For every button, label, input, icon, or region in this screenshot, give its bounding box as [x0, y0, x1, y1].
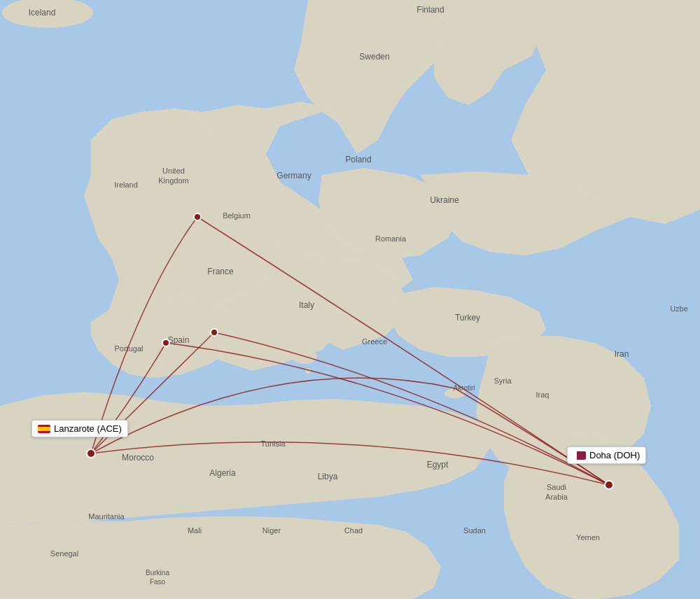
label-egypt: Egypt	[427, 460, 449, 470]
label-burkina2: Faso	[150, 578, 166, 586]
svg-point-6	[268, 311, 285, 339]
label-iraq: Iraq	[536, 390, 550, 399]
svg-point-4	[59, 451, 67, 459]
label-saudi2: Arabia	[545, 493, 568, 501]
label-germany: Germany	[276, 171, 311, 181]
spain-flag	[38, 425, 50, 433]
label-chad: Chad	[344, 526, 363, 535]
label-turkey: Turkey	[455, 313, 480, 323]
label-uk2: Kingdom	[158, 176, 188, 185]
label-poland: Poland	[345, 155, 371, 164]
svg-point-11	[162, 339, 169, 346]
label-ukraine: Ukraine	[430, 195, 459, 205]
svg-point-13	[87, 449, 95, 458]
label-senegal: Senegal	[50, 549, 78, 558]
label-uk: United	[162, 167, 185, 175]
label-france: France	[207, 267, 234, 276]
map-svg: Iceland Finland Sweden United Kingdom Ir…	[0, 0, 700, 599]
label-saudi: Saudi	[547, 483, 566, 491]
map-container: Iceland Finland Sweden United Kingdom Ir…	[0, 0, 700, 599]
label-romania: Romania	[375, 234, 407, 243]
svg-point-3	[71, 448, 83, 459]
label-yemen: Yemen	[576, 533, 600, 542]
doha-label: Doha (DOH)	[567, 446, 646, 464]
svg-point-8	[257, 297, 268, 318]
label-libya: Libya	[318, 472, 338, 481]
label-belgium: Belgium	[223, 211, 251, 220]
label-tunisia: Tunisia	[260, 439, 286, 448]
label-syria: Syria	[493, 376, 512, 385]
label-burkina: Burkina	[146, 569, 169, 577]
label-algeria: Algeria	[209, 468, 236, 478]
svg-point-10	[194, 213, 201, 220]
label-iran: Iran	[615, 349, 629, 359]
label-uzbe: Uzbe	[670, 304, 688, 313]
label-greece: Greece	[362, 337, 387, 346]
lanzarote-label: Lanzarote (ACE)	[31, 420, 128, 437]
label-sweden: Sweden	[359, 52, 389, 62]
label-ireland: Ireland	[114, 181, 138, 189]
label-mali: Mali	[188, 526, 202, 535]
label-niger: Niger	[262, 526, 281, 535]
svg-point-12	[211, 329, 218, 336]
doha-text: Doha (DOH)	[589, 450, 640, 460]
label-sudan: Sudan	[463, 526, 486, 535]
label-italy: Italy	[299, 300, 314, 310]
qatar-flag	[573, 451, 586, 460]
label-morocco: Morocco	[122, 453, 154, 463]
svg-point-14	[605, 481, 613, 489]
lanzarote-text: Lanzarote (ACE)	[54, 423, 122, 434]
label-iceland: Iceland	[29, 8, 56, 17]
label-akrotiri: Akrotiri	[453, 384, 475, 392]
svg-point-7	[292, 350, 317, 364]
label-finland: Finland	[416, 5, 444, 15]
label-mauritania: Mauritania	[88, 512, 125, 521]
